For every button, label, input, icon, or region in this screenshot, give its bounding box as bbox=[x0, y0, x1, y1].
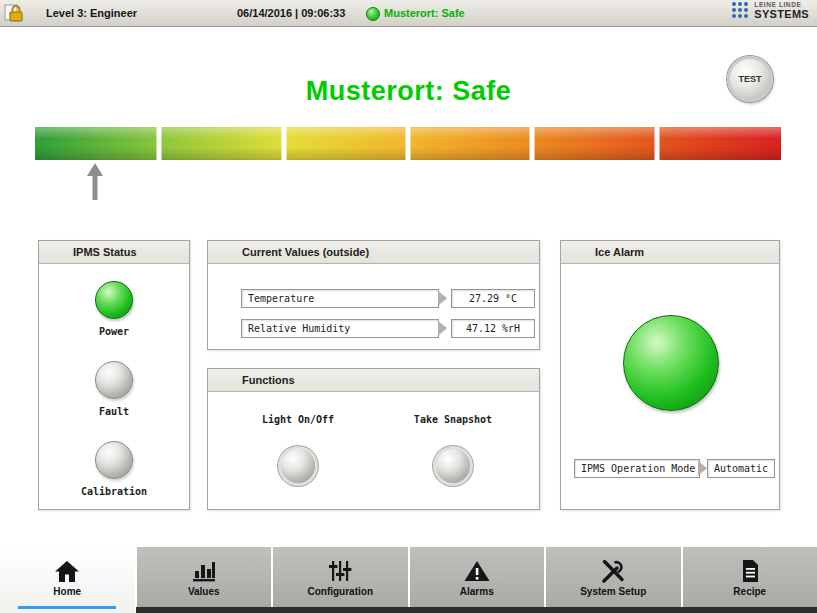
current-values-panel: Current Values (outside) Temperature 27.… bbox=[207, 240, 540, 350]
top-bar: Level 3: Engineer 06/14/2016 | 09:06:33 … bbox=[0, 0, 817, 27]
temperature-value-field: 27.29 °C bbox=[451, 289, 535, 308]
light-on-off-label: Light On/Off bbox=[233, 414, 363, 425]
logo-line2: SYSTEMS bbox=[754, 9, 809, 20]
nav-item-recipe[interactable]: Recipe bbox=[681, 547, 817, 613]
calibration-label: Calibration bbox=[81, 486, 147, 497]
power-led bbox=[95, 281, 133, 319]
test-button[interactable]: TEST bbox=[727, 56, 773, 102]
tools-icon bbox=[600, 557, 626, 583]
nav-label-system-setup: System Setup bbox=[580, 586, 646, 597]
nav-item-values[interactable]: Values bbox=[135, 547, 272, 613]
sliders-icon bbox=[327, 557, 353, 583]
fault-indicator: Fault bbox=[95, 361, 133, 417]
functions-panel: Functions Light On/Off Take Snapshot bbox=[207, 368, 540, 510]
arrow-right-icon bbox=[698, 461, 707, 475]
nav-label-values: Values bbox=[188, 586, 220, 597]
datetime: 06/14/2016 | 09:06:33 bbox=[237, 0, 345, 26]
status-dot-icon bbox=[366, 7, 380, 21]
lock-icon[interactable] bbox=[4, 3, 24, 23]
light-on-off-button[interactable] bbox=[281, 449, 315, 483]
fault-led bbox=[95, 361, 133, 399]
ipms-status-panel: IPMS Status Power Fault Calibration bbox=[38, 240, 190, 510]
arrow-right-icon bbox=[438, 321, 447, 335]
nav-item-home[interactable]: Home bbox=[0, 547, 135, 613]
home-icon bbox=[54, 557, 80, 583]
ipms-status-panel-title: IPMS Status bbox=[39, 241, 189, 264]
nav-label-home: Home bbox=[53, 586, 81, 597]
nav-item-configuration[interactable]: Configuration bbox=[271, 547, 408, 613]
ice-alarm-led bbox=[623, 315, 719, 411]
scale-gap bbox=[654, 127, 659, 160]
scale-gap bbox=[281, 127, 286, 160]
ice-alarm-panel: Ice Alarm IPMS Operation Mode Automatic bbox=[560, 240, 780, 510]
temperature-label-field: Temperature bbox=[241, 289, 439, 308]
power-indicator: Power bbox=[95, 281, 133, 337]
scale-gap bbox=[530, 127, 535, 160]
topbar-status: Musterort: Safe bbox=[384, 0, 465, 26]
functions-panel-title: Functions bbox=[208, 369, 539, 392]
nav-label-configuration: Configuration bbox=[307, 586, 373, 597]
hmi-screen: Level 3: Engineer 06/14/2016 | 09:06:33 … bbox=[0, 0, 817, 613]
current-values-panel-title: Current Values (outside) bbox=[208, 241, 539, 264]
scale-gap bbox=[406, 127, 411, 160]
humidity-label-field: Relative Humidity bbox=[241, 319, 439, 338]
active-tab-underline bbox=[18, 606, 116, 609]
ice-alarm-panel-title: Ice Alarm bbox=[561, 241, 779, 264]
page-title: Musterort: Safe bbox=[0, 76, 817, 107]
nav-bottom-strip bbox=[136, 607, 817, 613]
calibration-led bbox=[95, 441, 133, 479]
take-snapshot-label: Take Snapshot bbox=[388, 414, 518, 425]
ipms-operation-mode-label-field: IPMS Operation Mode bbox=[574, 459, 700, 478]
humidity-value-field: 47.12 %rH bbox=[451, 319, 535, 338]
nav-label-alarms: Alarms bbox=[460, 586, 494, 597]
brand-logo: LEINE LINDE SYSTEMS bbox=[732, 2, 809, 20]
scale-indicator-row bbox=[35, 162, 781, 204]
bottom-nav: Home Values bbox=[0, 547, 817, 613]
scale-indicator-arrow-icon bbox=[84, 162, 106, 206]
bar-chart-icon bbox=[191, 557, 217, 583]
calibration-indicator: Calibration bbox=[81, 441, 147, 497]
nav-item-system-setup[interactable]: System Setup bbox=[544, 547, 681, 613]
fault-label: Fault bbox=[99, 406, 129, 417]
nav-label-recipe: Recipe bbox=[733, 586, 766, 597]
take-snapshot-button[interactable] bbox=[436, 449, 470, 483]
warning-triangle-icon bbox=[463, 557, 491, 583]
power-label: Power bbox=[99, 326, 129, 337]
scale-bar bbox=[35, 127, 781, 160]
scale-gap bbox=[157, 127, 162, 160]
ipms-operation-mode-value-field: Automatic bbox=[707, 459, 775, 478]
user-level: Level 3: Engineer bbox=[46, 0, 137, 26]
arrow-right-icon bbox=[438, 291, 447, 305]
nav-item-alarms[interactable]: Alarms bbox=[408, 547, 545, 613]
document-icon bbox=[739, 557, 761, 583]
logo-dots-icon bbox=[732, 2, 749, 19]
